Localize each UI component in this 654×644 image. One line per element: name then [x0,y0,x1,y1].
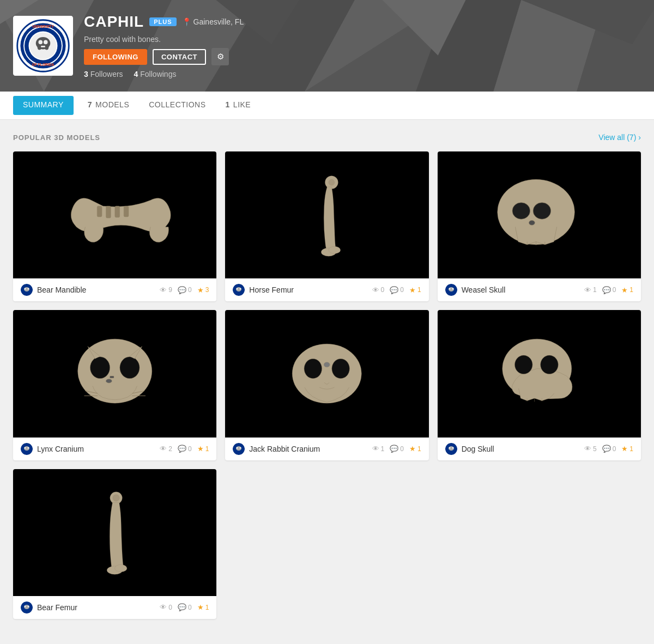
model-card[interactable]: Weasel Skull 👁 1 💬 0 ★ 1 [438,151,641,301]
svg-point-88 [449,447,450,448]
comments-count: 0 [188,604,192,611]
svg-point-46 [237,288,238,290]
svg-point-62 [120,357,140,379]
following-button[interactable]: FOLLOWING [84,49,147,65]
tab-models[interactable]: 7 MODELS [78,93,139,118]
tab-likes[interactable]: 1 LIKE [216,93,261,118]
followings-stat[interactable]: 4 Followings [134,70,177,78]
tab-summary[interactable]: SUMMARY [13,96,74,115]
model-card[interactable]: Horse Femur 👁 0 💬 0 ★ 1 [225,151,428,301]
svg-rect-25 [41,46,45,47]
likes-count: 3 [205,286,209,294]
settings-button[interactable]: ⚙ [211,48,229,65]
bone-image [13,310,216,437]
comments-count: 0 [188,286,192,294]
gear-icon: ⚙ [217,52,224,62]
model-card[interactable]: Bear Mandible 👁 9 💬 0 ★ 3 [13,151,216,301]
model-left: Weasel Skull [445,284,506,296]
comment-icon: 💬 [602,286,611,294]
view-all-link[interactable]: View all (7) › [598,133,641,142]
contact-button[interactable]: CONTACT [153,49,206,65]
likes-stat: ★ 1 [621,286,633,294]
bone-image [438,151,641,278]
svg-point-92 [115,564,127,572]
model-card[interactable]: Jack Rabbit Cranium 👁 1 💬 0 ★ 1 [225,310,428,460]
model-thumbnail [225,151,428,278]
model-avatar [21,284,33,296]
comment-icon: 💬 [390,445,398,453]
section-header: POPULAR 3D MODELS View all (7) › [13,133,641,142]
svg-point-27 [44,40,48,45]
comments-count: 0 [613,286,616,294]
likes-count: 1 [205,604,209,611]
svg-point-50 [533,203,551,219]
model-avatar [445,284,457,296]
svg-point-47 [240,288,241,290]
model-left: Lynx Cranium [21,443,84,455]
likes-count: 1 [417,445,421,453]
followers-stat[interactable]: 3 Followers [84,70,123,78]
avatar: UNIVERSITY OF FLORIDA [13,16,73,76]
views-count: 1 [593,286,597,294]
svg-text:UNIVERSITY: UNIVERSITY [32,25,54,28]
comments-count: 0 [613,445,616,453]
bone-image [438,310,641,437]
svg-point-80 [514,355,532,374]
model-avatar [21,443,33,455]
model-name: Horse Femur [249,285,294,294]
comments-stat: 💬 0 [602,286,616,294]
model-stats: 👁 9 💬 0 ★ 3 [160,286,209,294]
model-info: Dog Skull 👁 5 💬 0 ★ 1 [438,438,641,460]
comments-stat: 💬 0 [178,603,192,611]
svg-text:OF FLORIDA: OF FLORIDA [32,63,55,66]
star-icon: ★ [197,445,204,453]
likes-count: 1 [629,286,633,294]
star-icon: ★ [197,286,204,294]
views-stat: 👁 2 [160,445,172,453]
svg-point-61 [90,357,110,379]
likes-count: 1 [629,445,633,453]
profile-header: UNIVERSITY OF FLORIDA CAPHIL PLUS 📍 Gain… [0,0,654,92]
eye-icon: 👁 [372,286,379,294]
model-info: Jack Rabbit Cranium 👁 1 💬 0 ★ 1 [225,438,428,460]
comments-stat: 💬 0 [602,445,616,453]
comments-count: 0 [188,445,192,453]
model-avatar [233,443,245,455]
tab-collections[interactable]: COLLECTIONS [139,93,215,118]
svg-point-68 [25,447,26,448]
model-card[interactable]: Bear Femur 👁 0 💬 0 ★ 1 [13,469,216,619]
model-name: Bear Mandible [37,285,86,294]
model-name: Jack Rabbit Cranium [249,445,320,453]
views-count: 0 [168,604,172,611]
model-info: Horse Femur 👁 0 💬 0 ★ 1 [225,278,428,301]
main-content: POPULAR 3D MODELS View all (7) › [0,120,654,641]
bone-image [13,151,216,278]
svg-point-69 [28,447,29,448]
svg-point-71 [304,359,322,379]
likes-count: 1 [417,286,421,294]
svg-point-37 [25,288,26,290]
svg-point-38 [28,288,29,290]
model-left: Jack Rabbit Cranium [233,443,320,455]
star-icon: ★ [621,286,628,294]
likes-stat: ★ 3 [197,286,209,294]
nav-tabs: SUMMARY 7 MODELS COLLECTIONS 1 LIKE [0,92,654,120]
views-count: 2 [168,445,172,453]
model-stats: 👁 0 💬 0 ★ 1 [160,603,209,611]
model-card[interactable]: Dog Skull 👁 5 💬 0 ★ 1 [438,310,641,460]
svg-point-73 [324,362,330,367]
models-grid: Bear Mandible 👁 9 💬 0 ★ 3 [13,151,641,619]
svg-point-72 [332,359,350,379]
profile-username: CAPHIL [84,13,144,31]
bone-image [225,310,428,437]
svg-point-93 [113,494,119,501]
svg-point-78 [240,447,241,448]
model-left: Bear Mandible [21,284,86,296]
model-card[interactable]: Lynx Cranium 👁 2 💬 0 ★ 1 [13,310,216,460]
svg-point-89 [452,447,453,448]
model-thumbnail [13,151,216,278]
likes-stat: ★ 1 [197,445,209,453]
model-thumbnail [13,310,216,437]
model-thumbnail [438,310,641,437]
profile-bio: Pretty cool with bones. [84,35,244,44]
